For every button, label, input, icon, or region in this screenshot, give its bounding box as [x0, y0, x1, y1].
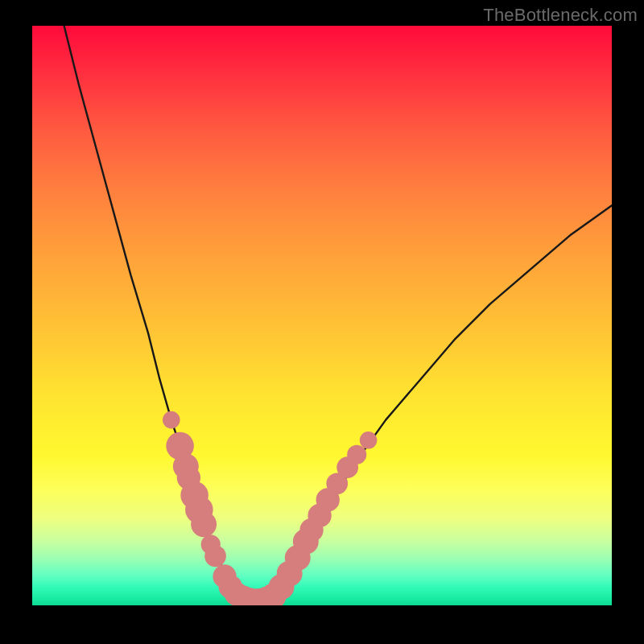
marker-dot-layer	[163, 411, 377, 605]
chart-frame: TheBottleneck.com	[0, 0, 644, 644]
bottleneck-curve	[64, 26, 612, 603]
marker-dot	[163, 411, 180, 429]
chart-svg	[32, 26, 612, 605]
watermark-text: TheBottleneck.com	[483, 5, 638, 26]
curve-layer	[64, 26, 612, 603]
marker-dot	[204, 545, 226, 567]
marker-dot	[347, 445, 366, 464]
marker-dot	[360, 431, 378, 449]
plot-area	[32, 26, 612, 605]
marker-dot	[191, 511, 217, 537]
